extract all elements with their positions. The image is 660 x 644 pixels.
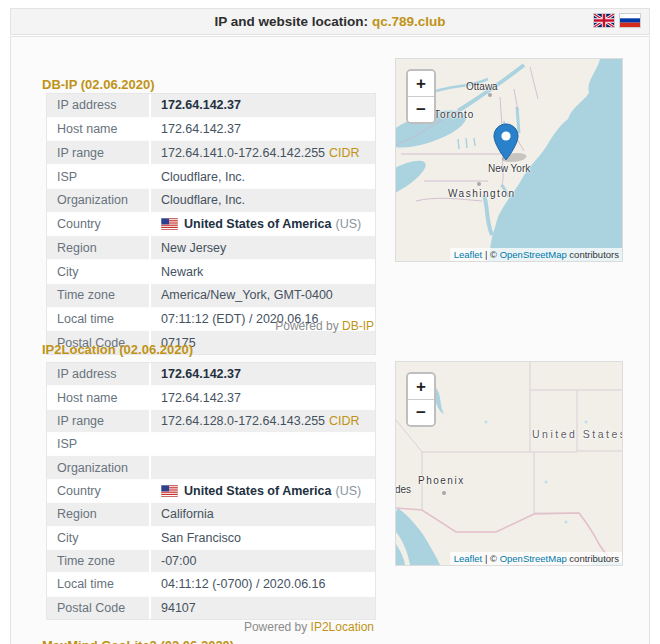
cell-value: 172.64.128.0-172.64.143.255 — [161, 414, 325, 428]
cell-value: 172.64.142.37 — [161, 122, 241, 136]
row-value: 172.64.128.0-172.64.143.255CIDR — [151, 414, 360, 428]
row-value: 172.64.142.37 — [151, 122, 241, 136]
table-row: Organization — [47, 455, 375, 478]
country-code: (US) — [336, 217, 362, 231]
cidr-link[interactable]: CIDR — [329, 414, 360, 428]
row-label: Region — [47, 236, 151, 259]
row-label: IP address — [47, 363, 151, 385]
row-value: -07:00 — [151, 554, 196, 568]
row-label: Postal Code — [47, 597, 151, 619]
us-flag-icon — [161, 218, 178, 230]
cell-value: California — [161, 507, 214, 521]
row-label: City — [47, 260, 151, 283]
table-row: IP range172.64.128.0-172.64.143.255CIDR — [47, 409, 375, 432]
row-label: Country — [47, 213, 151, 236]
zoom-control: + − — [406, 372, 436, 427]
row-label: Local time — [47, 573, 151, 595]
cell-value: San Francisco — [161, 531, 241, 545]
row-label: Time zone — [47, 284, 151, 307]
cell-value: Newark — [161, 265, 203, 279]
us-flag-icon — [161, 485, 178, 497]
attribution-contributors: contributors — [567, 553, 619, 564]
map-label-ottawa: Ottawa — [466, 81, 498, 92]
page-title: IP and website location:qc.789.club — [214, 14, 445, 29]
table-row: RegionNew Jersey — [47, 235, 375, 259]
section-title-ip2location[interactable]: IP2Location (02.06.2020) — [42, 342, 193, 357]
header-bar: IP and website location:qc.789.club — [10, 8, 650, 35]
table-row: CityNewark — [47, 259, 375, 283]
zoom-in-button[interactable]: + — [408, 71, 434, 96]
map-attribution: Leaflet | © OpenStreetMap contributors — [450, 552, 622, 565]
row-value: 04:11:12 (-0700) / 2020.06.16 — [151, 577, 325, 591]
row-label: Time zone — [47, 550, 151, 572]
row-value: Cloudflare, Inc. — [151, 170, 245, 184]
table-row: ISPCloudflare, Inc. — [47, 164, 375, 188]
zoom-control: + − — [406, 69, 436, 124]
cell-value: America/New_York, GMT-0400 — [161, 288, 333, 302]
page-title-text: IP and website location: — [214, 14, 368, 29]
row-label: ISP — [47, 165, 151, 188]
table-row: CitySan Francisco — [47, 526, 375, 549]
ip2location-link[interactable]: IP2Location — [311, 620, 374, 634]
table-row: IP range172.64.141.0-172.64.142.255CIDR — [47, 140, 375, 164]
cell-value: United States of America — [184, 217, 332, 231]
row-label: Organization — [47, 189, 151, 212]
cell-value: 172.64.142.37 — [161, 367, 241, 381]
row-value: California — [151, 507, 214, 521]
cell-value: 94107 — [161, 601, 196, 615]
map-dbip[interactable]: Ottawa Toronto New York Washington + − L… — [395, 58, 623, 262]
dbip-link[interactable]: DB-IP — [342, 319, 374, 333]
leaflet-link[interactable]: Leaflet — [454, 249, 483, 260]
row-value: Cloudflare, Inc. — [151, 193, 245, 207]
row-label: Host name — [47, 118, 151, 141]
map-label-new-york: New York — [488, 163, 530, 174]
table-row: Host name172.64.142.37 — [47, 385, 375, 408]
osm-link[interactable]: OpenStreetMap — [500, 249, 567, 260]
table-row: IP address172.64.142.37 — [47, 94, 375, 117]
cell-value: 172.64.142.37 — [161, 391, 241, 405]
row-value: Newark — [151, 265, 203, 279]
table-row: Time zone-07:00 — [47, 549, 375, 572]
zoom-out-button[interactable]: − — [408, 96, 434, 122]
section-title-dbip[interactable]: DB-IP (02.06.2020) — [42, 77, 155, 92]
map-ip2location[interactable]: United States Phoenix des + − Leaflet | … — [395, 361, 623, 566]
content-panel: DB-IP (02.06.2020) IP address172.64.142.… — [10, 36, 650, 644]
cell-value: 172.64.142.37 — [161, 98, 241, 112]
domain-link[interactable]: qc.789.club — [372, 14, 446, 29]
row-value: 172.64.142.37 — [151, 367, 241, 381]
table-row: ISP — [47, 432, 375, 455]
map-label-united-states: United States — [532, 428, 623, 440]
row-label: ISP — [47, 433, 151, 455]
map-label-washington: Washington — [448, 188, 515, 199]
map-attribution: Leaflet | © OpenStreetMap contributors — [450, 248, 622, 261]
row-value: United States of America (US) — [151, 484, 361, 498]
lang-english-flag-icon[interactable] — [593, 13, 615, 28]
zoom-out-button[interactable]: − — [408, 399, 434, 425]
language-switcher — [593, 13, 641, 28]
table-row: Postal Code94107 — [47, 596, 375, 619]
section-title-maxmind-partial[interactable]: MaxMind GeoLite2 (02.06.2020) — [42, 638, 234, 644]
row-value: 94107 — [151, 601, 196, 615]
cell-value: 172.64.141.0-172.64.142.255 — [161, 146, 325, 160]
row-label: Organization — [47, 456, 151, 478]
table-row: IP address172.64.142.37 — [47, 363, 375, 385]
row-label: Region — [47, 503, 151, 525]
row-label: Country — [47, 480, 151, 502]
cell-value: Cloudflare, Inc. — [161, 193, 245, 207]
map-label-clipped: des — [395, 484, 411, 495]
table-row: RegionCalifornia — [47, 502, 375, 525]
row-value: 172.64.142.37 — [151, 98, 241, 112]
row-value: 172.64.142.37 — [151, 391, 241, 405]
row-value: United States of America (US) — [151, 217, 361, 231]
osm-link[interactable]: OpenStreetMap — [500, 553, 567, 564]
ip2location-info-table: IP address172.64.142.37Host name172.64.1… — [46, 362, 376, 620]
dbip-info-table: IP address172.64.142.37Host name172.64.1… — [46, 93, 376, 355]
lang-russian-flag-icon[interactable] — [619, 13, 641, 28]
powered-by-text: Powered by — [275, 319, 338, 333]
zoom-in-button[interactable]: + — [408, 374, 434, 399]
cidr-link[interactable]: CIDR — [329, 146, 360, 160]
table-row: OrganizationCloudflare, Inc. — [47, 188, 375, 212]
map-label-phoenix: Phoenix — [418, 475, 465, 486]
leaflet-link[interactable]: Leaflet — [454, 553, 483, 564]
table-row: CountryUnited States of America (US) — [47, 479, 375, 502]
